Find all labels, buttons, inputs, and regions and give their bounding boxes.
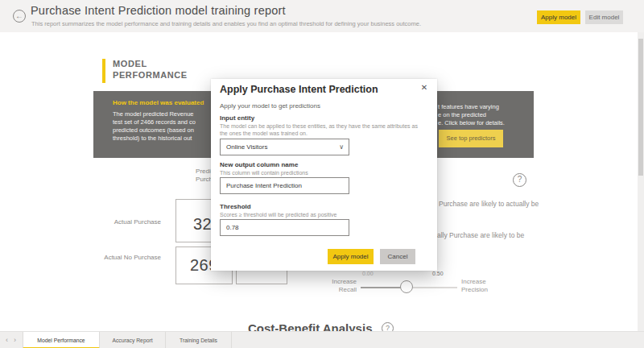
slider-tick-right: 0.50 (432, 271, 444, 276)
page-title: Purchase Intent Prediction model trainin… (31, 4, 286, 17)
banner-right-text-line: t features have varying (438, 103, 499, 110)
banner-text-line: threshold) to the historical out (113, 135, 192, 142)
threshold-label: Threshold (220, 203, 251, 210)
threshold-value: 0.78 (226, 224, 239, 231)
tab-training-details[interactable]: Training Details (166, 332, 232, 348)
edit-model-button[interactable]: Edit model (585, 10, 623, 24)
slider-tick-left: 0.00 (362, 271, 374, 276)
close-icon[interactable]: ✕ (419, 83, 430, 92)
banner-right-text-line: e on the predicted (438, 111, 486, 118)
tab-accuracy-report[interactable]: Accuracy Report (100, 332, 166, 348)
prediction-summary-line: ally Purchase are likely to be (437, 231, 524, 239)
matrix-row-label-actual-purchase: Actual Purchase (89, 218, 161, 226)
threshold-input[interactable]: 0.78 (220, 219, 349, 236)
output-column-description: This column will contain predictions (220, 169, 421, 176)
section-title: MODEL PERFORMANCE (113, 58, 201, 81)
dialog-cancel-button[interactable]: Cancel (380, 249, 415, 264)
section-accent-bar (102, 59, 105, 83)
scrollbar-thumb[interactable] (638, 39, 643, 176)
tab-model-performance[interactable]: Model Performance (23, 332, 100, 348)
app-header: ← Purchase Intent Prediction model train… (0, 0, 644, 32)
dialog-title: Apply Purchase Intent Prediction (220, 84, 378, 95)
tab-nav-next-icon[interactable]: › (14, 336, 16, 344)
banner-text-line: The model predicted Revenue (113, 110, 193, 118)
chevron-down-icon: ∨ (339, 139, 344, 155)
banner-text-line: predicted outcomes (based on (113, 126, 194, 134)
slider-track[interactable] (407, 287, 457, 288)
see-top-predictors-button[interactable]: See top predictors (439, 130, 503, 147)
input-entity-description: The model can be applied to these entiti… (220, 122, 421, 137)
increase-recall-label: Increase Recall (324, 278, 357, 294)
output-column-input[interactable]: Purchase Intent Prediction (220, 177, 349, 194)
vertical-scrollbar[interactable] (638, 32, 644, 348)
input-entity-value: Online Visitors (226, 143, 267, 151)
dialog-apply-model-button[interactable]: Apply model (328, 249, 374, 264)
prediction-summary-line: Purchase are likely to actually be (439, 200, 539, 208)
banner-heading: How the model was evaluated (113, 99, 204, 106)
banner-text-line: test set of 2466 records and co (113, 118, 196, 126)
back-icon[interactable]: ← (13, 10, 26, 23)
slider-handle[interactable] (400, 280, 413, 293)
page-subtitle: This report summarizes the model perform… (31, 20, 421, 27)
report-tab-bar: ‹ › Model Performance Accuracy Report Tr… (0, 331, 644, 348)
output-column-label: New output column name (220, 161, 298, 168)
banner-right-text-line: e. Click below for details. (438, 119, 505, 126)
threshold-description: Scores ≥ threshold will be predicted as … (220, 211, 421, 218)
input-entity-dropdown[interactable]: Online Visitors ∨ (220, 139, 349, 155)
input-entity-label: Input entity (220, 114, 254, 122)
output-column-value: Purchase Intent Prediction (226, 182, 302, 189)
help-icon[interactable]: ? (513, 173, 526, 187)
dialog-subtitle: Apply your model to get predictions (220, 102, 320, 110)
matrix-row-label-actual-no-purchase: Actual No Purchase (89, 254, 161, 261)
increase-precision-label: Increase Precision (461, 278, 495, 294)
apply-model-button[interactable]: Apply model (537, 10, 580, 24)
tab-nav-prev-icon[interactable]: ‹ (6, 336, 8, 344)
apply-model-dialog: ✕ Apply Purchase Intent Prediction Apply… (211, 79, 437, 271)
